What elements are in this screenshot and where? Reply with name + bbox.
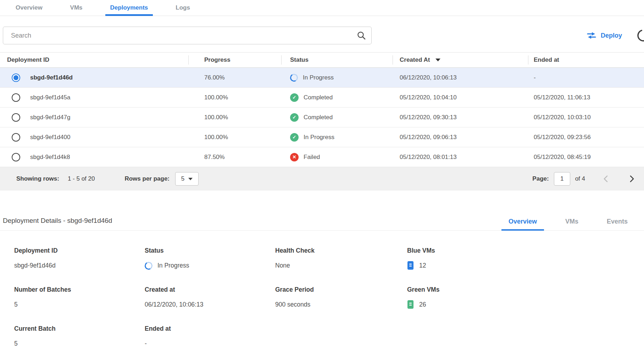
detail-field-current-batch: Current Batch 5 [14,325,145,348]
details-tab-vms[interactable]: VMs [558,218,585,230]
ended-at-cell: 05/12/2020, 11:06:13 [528,94,644,101]
field-value: 5 [14,339,145,348]
field-label: Created at [145,286,275,293]
created-at-cell: 05/12/2020, 10:04:10 [393,94,528,101]
deployment-id-cell: sbgd-9ef1d47g [0,113,188,122]
progress-cell: 100.00% [188,134,281,141]
row-radio[interactable] [12,73,20,82]
tab-vms[interactable]: VMs [65,0,88,16]
progress-cell: 76.00% [188,74,281,81]
detail-field-created-at: Created at 06/12/2020, 10:06:13 [145,286,275,309]
table-row[interactable]: sbgd-9ef1d46d 76.00% In Progress 06/12/2… [0,68,644,88]
main-tab-bar: Overview VMs Deployments Logs [0,0,644,16]
deployment-id: sbgd-9ef1d4k8 [30,154,70,161]
page-total: of 4 [575,175,585,182]
refresh-button[interactable] [636,28,644,43]
deployment-id: sbgd-9ef1d46d [30,74,73,81]
progress-cell: 100.00% [188,94,281,101]
column-header-status[interactable]: Status [281,53,393,67]
details-tab-events[interactable]: Events [600,218,635,230]
ended-at-cell: - [528,74,644,81]
column-header-created-at[interactable]: Created At [393,53,528,67]
check-circle-icon: ✓ [290,133,299,142]
prev-page-button[interactable] [603,175,609,183]
showing-rows-value: 1 - 5 of 20 [68,175,95,182]
created-at-cell: 05/12/2020, 09:06:13 [393,134,528,141]
detail-field-green-vms: Green VMs 26 [407,286,644,309]
field-label: Ended at [145,325,275,332]
rows-per-page-select[interactable]: 5 [175,172,199,186]
field-value: 12 [419,262,426,269]
status-cell: ✓ Completed [281,93,393,102]
field-label: Number of Batches [14,286,145,293]
status-cell: ✓ In Progress [281,133,393,142]
column-header-created-at-label: Created At [400,56,430,64]
progress-cell: 87.50% [188,154,281,161]
table-pagination: Showing rows: 1 - 5 of 20 Rows per page:… [0,167,644,191]
created-at-cell: 05/12/2020, 09:30:13 [393,114,528,121]
status-label: In Progress [303,74,334,81]
field-value: 06/12/2020, 10:06:13 [145,300,275,309]
details-tab-overview[interactable]: Overview [501,218,544,230]
rows-per-page-label: Rows per page: [124,175,170,182]
deploy-swap-arrows-icon [587,32,596,39]
toolbar: Deploy [0,27,644,44]
column-header-ended-at[interactable]: Ended at [528,53,644,67]
details-tab-bar: Overview VMs Events [501,218,644,230]
field-label: Green VMs [407,286,644,293]
row-radio[interactable] [12,153,20,161]
details-header: Deployment Details - sbgd-9ef1d46d Overv… [0,217,644,231]
status-label: In Progress [304,134,334,141]
tab-overview[interactable]: Overview [11,0,48,16]
table-row[interactable]: sbgd-9ef1d4k8 87.50% ✕ Failed 05/12/2020… [0,147,644,167]
field-value: 26 [419,301,426,308]
column-header-progress[interactable]: Progress [188,53,281,67]
deployment-id-cell: sbgd-9ef1d46d [0,73,188,82]
deploy-button[interactable]: Deploy [587,32,622,39]
detail-field-status: Status In Progress [145,247,275,270]
page-controls: Page: of 4 [532,172,635,186]
field-label: Status [145,247,275,254]
status-cell: ✕ Failed [281,153,393,161]
field-label: Deployment ID [14,247,145,254]
green-vm-icon [407,300,414,309]
table-row[interactable]: sbgd-9ef1d45a 100.00% ✓ Completed 05/12/… [0,88,644,108]
deploy-label: Deploy [601,32,622,39]
created-at-cell: 05/12/2020, 08:01:13 [393,154,528,161]
rows-per-page-value: 5 [181,175,184,182]
search-box [3,27,372,44]
table-row[interactable]: sbgd-9ef1d47g 100.00% ✓ Completed 05/12/… [0,108,644,127]
detail-field-ended-at: Ended at - [145,325,275,348]
deployment-id: sbgd-9ef1d400 [30,134,70,141]
tab-deployments[interactable]: Deployments [105,0,153,16]
progress-cell: 100.00% [188,114,281,121]
deployment-id-cell: sbgd-9ef1d400 [0,133,188,142]
in-progress-spinner-icon [144,261,154,270]
search-icon [357,31,366,40]
field-value: - [145,339,275,348]
tab-logs[interactable]: Logs [171,0,195,16]
status-cell: ✓ Completed [281,113,393,122]
detail-field-health-check: Health Check None [275,247,407,270]
deployment-id-cell: sbgd-9ef1d45a [0,93,188,102]
row-radio[interactable] [12,93,20,102]
status-label: Completed [304,114,333,121]
field-value: 900 seconds [275,300,407,309]
next-page-button[interactable] [629,175,635,183]
in-progress-spinner-icon [289,73,299,82]
blue-vm-icon [407,261,414,270]
table-row[interactable]: sbgd-9ef1d400 100.00% ✓ In Progress 05/1… [0,127,644,147]
column-header-deployment-id[interactable]: Deployment ID [0,53,188,67]
deployment-id: sbgd-9ef1d47g [30,114,70,121]
row-radio[interactable] [12,113,20,122]
x-circle-icon: ✕ [290,153,299,161]
deployments-table: Deployment ID Progress Status Created At… [0,52,644,191]
details-grid: Deployment ID sbgd-9ef1d46d Status In Pr… [0,231,644,348]
page-label: Page: [532,175,549,182]
field-value: None [275,261,407,270]
page-input[interactable] [554,172,570,186]
deployment-id: sbgd-9ef1d45a [30,94,70,101]
sort-desc-icon [435,59,440,61]
row-radio[interactable] [12,133,20,142]
search-input[interactable] [3,27,372,44]
